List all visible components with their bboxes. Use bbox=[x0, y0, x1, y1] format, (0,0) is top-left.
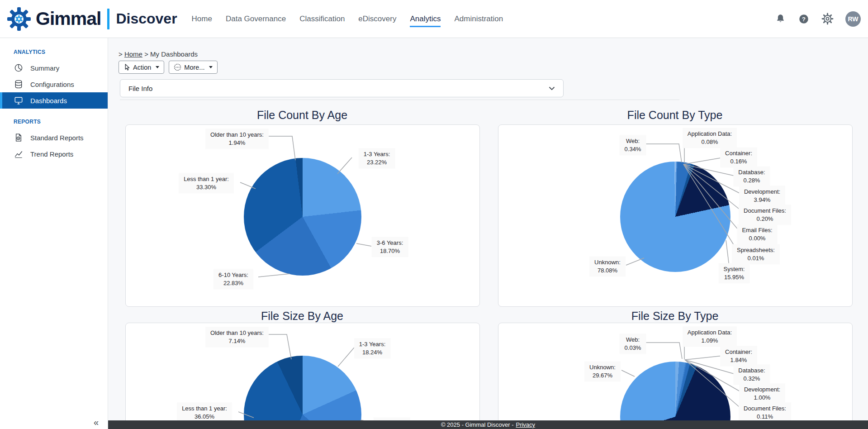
more-button[interactable]: More... bbox=[169, 61, 218, 74]
gimmal-logo[interactable]: Gimmal Discover bbox=[7, 7, 177, 31]
sidebar-item-label: Trend Reports bbox=[30, 150, 73, 158]
sidebar-item-dashboards[interactable]: Dashboards bbox=[0, 92, 108, 109]
pie-slice-label: 6-10 Years:22.83% bbox=[213, 269, 253, 289]
sidebar-item-standard-reports[interactable]: Standard Reports bbox=[0, 129, 108, 146]
chart-card-file-size-by-type: Application Data:1.09% Web:0.03% Contain… bbox=[498, 323, 853, 429]
pie-slice-label: Database:0.28% bbox=[733, 166, 770, 186]
brand-product: Discover bbox=[116, 10, 177, 27]
chart-title-file-size-by-type: File Size By Type bbox=[498, 310, 852, 323]
pie-slice-label: Development:3.94% bbox=[739, 186, 785, 206]
section-divider bbox=[120, 100, 679, 100]
sidebar-item-label: Configurations bbox=[30, 81, 74, 88]
pie-file-size-by-age bbox=[244, 356, 361, 429]
pie-slice-label: Container:1.84% bbox=[720, 346, 757, 366]
pie-file-count-by-age bbox=[244, 158, 361, 276]
dashboard-select[interactable]: File Info bbox=[120, 79, 564, 97]
sidebar-section-analytics: ANALYTICS bbox=[0, 49, 108, 60]
nav-data-governance[interactable]: Data Governance bbox=[226, 11, 286, 27]
chart-card-file-size-by-age: Older than 10 years:7.14% 1-3 Years:18.2… bbox=[125, 323, 480, 429]
pie-slice-label: Unknown:29.67% bbox=[584, 361, 621, 381]
pie-slice-label: Database:0.32% bbox=[733, 364, 770, 385]
toolbar: Action More... bbox=[119, 61, 218, 74]
footer-copyright: © 2025 - Gimmal Discover - bbox=[441, 421, 514, 428]
trend-line-icon bbox=[14, 149, 24, 159]
report-document-icon bbox=[14, 133, 24, 143]
sidebar-item-configurations[interactable]: Configurations bbox=[0, 76, 108, 92]
pie-slice-label: 1-3 Years:23.22% bbox=[359, 148, 395, 168]
sidebar-item-trend-reports[interactable]: Trend Reports bbox=[0, 146, 108, 162]
gimmal-gear-icon bbox=[7, 7, 31, 31]
caret-down-icon bbox=[209, 66, 213, 68]
sidebar: ANALYTICS Summary Configurations Dashboa… bbox=[0, 38, 108, 429]
chart-title-file-count-by-type: File Count By Type bbox=[498, 109, 852, 122]
brand-name: Gimmal bbox=[36, 8, 101, 29]
pie-file-size-by-type bbox=[620, 362, 730, 429]
sidebar-collapse-button[interactable]: « bbox=[94, 417, 99, 428]
svg-text:?: ? bbox=[802, 15, 806, 22]
pie-slice-label: Unknown:78.08% bbox=[589, 256, 626, 276]
sidebar-item-label: Summary bbox=[30, 64, 59, 72]
pie-slice-label: Development:1.00% bbox=[739, 383, 785, 404]
nav-ediscovery[interactable]: eDiscovery bbox=[358, 11, 396, 27]
footer-privacy-link[interactable]: Privacy bbox=[516, 421, 535, 428]
pie-slice-label: Less than 1 year:36.05% bbox=[177, 402, 232, 423]
main-content: > Home > My Dashboards Action More... bbox=[108, 38, 868, 429]
pie-slice-label: Less than 1 year:33.30% bbox=[179, 173, 234, 193]
database-icon bbox=[14, 79, 24, 89]
pie-file-count-by-type bbox=[620, 162, 730, 272]
dashboard-select-value: File Info bbox=[128, 85, 152, 92]
footer: © 2025 - Gimmal Discover - Privacy bbox=[108, 420, 868, 429]
caret-down-icon bbox=[156, 66, 159, 68]
cursor-icon bbox=[123, 63, 130, 71]
sidebar-item-label: Standard Reports bbox=[30, 134, 84, 142]
action-button[interactable]: Action bbox=[119, 61, 164, 74]
ellipsis-circle-icon bbox=[174, 63, 181, 71]
pie-slice-label: Application Data:0.08% bbox=[683, 128, 737, 148]
breadcrumb-current: My Dashboards bbox=[150, 50, 198, 58]
user-avatar[interactable]: RW bbox=[845, 11, 861, 27]
monitor-icon bbox=[14, 95, 24, 105]
nav-analytics[interactable]: Analytics bbox=[410, 11, 441, 27]
breadcrumb: > Home > My Dashboards bbox=[119, 50, 198, 58]
sidebar-section-reports: REPORTS bbox=[0, 119, 108, 129]
app-root: Gimmal Discover Home Data Governance Cla… bbox=[0, 0, 868, 429]
chart-title-file-size-by-age: File Size By Age bbox=[125, 310, 479, 323]
pie-slice-label: Email Files:0.00% bbox=[737, 224, 777, 244]
settings-gear-icon[interactable] bbox=[821, 13, 834, 25]
chart-card-file-count-by-type: Application Data:0.08% Web:0.34% Contain… bbox=[498, 124, 853, 307]
main-nav: Home Data Governance Classification eDis… bbox=[192, 11, 503, 27]
pie-slice-label: Container:0.16% bbox=[720, 147, 757, 167]
pie-slice-label: Older than 10 years:1.94% bbox=[205, 129, 269, 149]
nav-administration[interactable]: Administration bbox=[454, 11, 503, 27]
pie-slice-label: Document Files:0.11% bbox=[739, 402, 791, 423]
brand-divider bbox=[107, 9, 109, 29]
pie-slice-label: Web:0.34% bbox=[620, 135, 646, 155]
pie-slice-label: Older than 10 years:7.14% bbox=[205, 327, 269, 347]
pie-chart-icon bbox=[14, 63, 24, 73]
chart-card-file-count-by-age: Older than 10 years:1.94% 1-3 Years:23.2… bbox=[125, 124, 480, 307]
pie-slice-label: System:15.95% bbox=[719, 263, 750, 283]
sidebar-item-summary[interactable]: Summary bbox=[0, 60, 108, 76]
chart-title-file-count-by-age: File Count By Age bbox=[125, 109, 479, 122]
help-icon[interactable]: ? bbox=[798, 13, 810, 25]
breadcrumb-home-link[interactable]: Home bbox=[124, 50, 142, 58]
sidebar-item-label: Dashboards bbox=[30, 97, 67, 105]
chevron-down-icon bbox=[549, 86, 555, 91]
nav-classification[interactable]: Classification bbox=[299, 11, 345, 27]
notifications-bell-icon[interactable] bbox=[775, 13, 786, 24]
pie-slice-label: Spreadsheets:0.01% bbox=[732, 244, 780, 264]
top-nav: Gimmal Discover Home Data Governance Cla… bbox=[0, 0, 868, 38]
pie-slice-label: Application Data:1.09% bbox=[683, 326, 737, 347]
header-icons: ? RW bbox=[775, 11, 861, 27]
pie-slice-label: 3-6 Years:18.70% bbox=[372, 237, 408, 257]
pie-slice-label: Web:0.03% bbox=[620, 334, 646, 354]
pie-slice-label: Document Files:0.20% bbox=[739, 205, 791, 225]
pie-slice-label: 1-3 Years:18.24% bbox=[354, 338, 391, 358]
nav-home[interactable]: Home bbox=[192, 11, 212, 27]
